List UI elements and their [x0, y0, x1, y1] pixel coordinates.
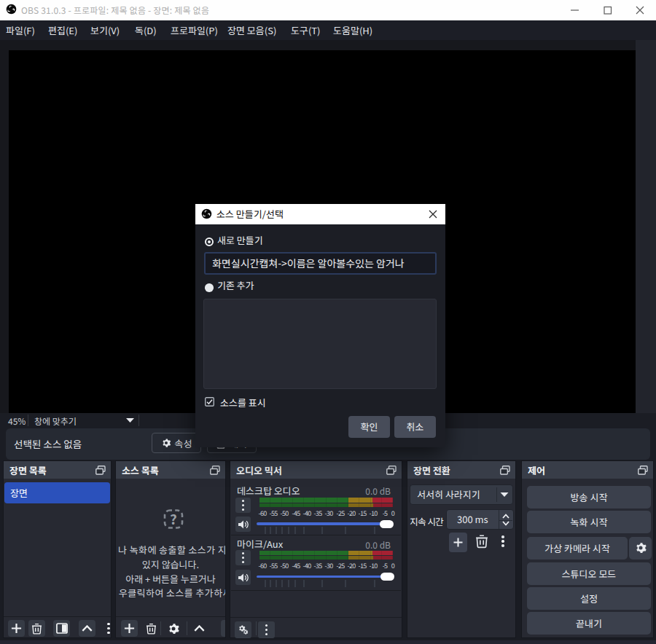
svg-text:?: ?: [170, 508, 177, 528]
